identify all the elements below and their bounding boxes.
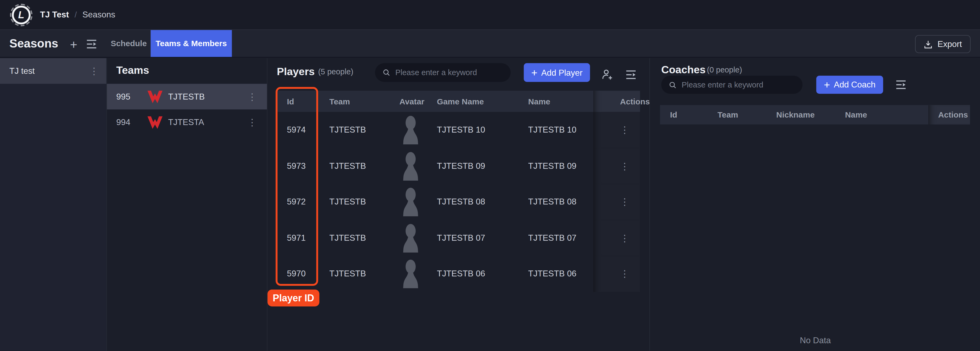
player-team: TJTESTB	[320, 197, 390, 207]
avatar-placeholder-icon	[399, 151, 422, 180]
column-header-name: Name	[835, 110, 928, 120]
teams-title: Teams	[116, 58, 149, 84]
coaches-panel: Coaches (0 people) + Add Coach	[651, 58, 980, 351]
plus-icon: +	[824, 80, 830, 90]
column-header-name: Name	[518, 97, 593, 106]
coaches-count: (0 people)	[707, 66, 742, 75]
players-search-input[interactable]	[395, 68, 503, 77]
app-root: L TJ Test / Seasons Seasons + Schedule T…	[0, 0, 980, 351]
breadcrumb-team[interactable]: TJ Test	[40, 10, 69, 19]
players-panel: Players (5 people) + Add Player	[267, 58, 650, 351]
coaches-table-header: Id Team Nickname Name Actions	[660, 105, 970, 124]
avatar-placeholder-icon	[399, 223, 422, 252]
player-row: 5970 TJTESTB TJTESTB 06 TJTESTB 06 ⋮	[277, 256, 640, 292]
player-game-name: TJTESTB 07	[427, 233, 518, 243]
player-row: 5971 TJTESTB TJTESTB 07 TJTESTB 07 ⋮	[277, 220, 640, 256]
team-kebab-icon[interactable]: ⋮	[248, 92, 257, 101]
players-count: (5 people)	[318, 68, 353, 77]
season-kebab-icon[interactable]: ⋮	[89, 66, 99, 76]
player-kebab-icon[interactable]: ⋮	[620, 233, 630, 243]
player-game-name: TJTESTB 08	[427, 197, 518, 207]
coaches-list-expand-icon[interactable]	[896, 76, 906, 94]
team-name: TJTESTB	[168, 92, 248, 101]
topbar: L TJ Test / Seasons	[0, 0, 980, 30]
player-game-name: TJTESTB 10	[427, 125, 518, 135]
add-coach-label: Add Coach	[834, 80, 876, 89]
seasons-panel-title: Seasons	[10, 30, 58, 58]
column-header-game-name: Game Name	[427, 97, 518, 106]
player-id: 5970	[277, 269, 319, 279]
season-name: TJ test	[10, 66, 35, 76]
column-header-actions: Actions	[593, 91, 640, 112]
seasons-sidebar: TJ test ⋮	[0, 58, 107, 351]
breadcrumb-separator: /	[75, 10, 77, 19]
sidebar-item-season[interactable]: TJ test ⋮	[0, 58, 106, 84]
coaches-empty-state: No Data	[651, 336, 980, 345]
player-kebab-icon[interactable]: ⋮	[620, 197, 630, 207]
coaches-search	[661, 76, 803, 94]
player-name: TJTESTB 09	[518, 161, 593, 171]
column-header-team: Team	[320, 97, 390, 106]
player-team: TJTESTB	[320, 161, 390, 171]
tab-teams-members[interactable]: Teams & Members	[151, 30, 232, 57]
team-row[interactable]: 995 TJTESTB ⋮	[107, 84, 267, 110]
plus-icon: +	[531, 67, 538, 78]
tab-bar: Schedule Teams & Members	[107, 30, 232, 57]
column-header-id: Id	[660, 110, 708, 120]
avatar-placeholder-icon	[399, 187, 422, 217]
search-icon	[669, 80, 677, 89]
plus-icon: +	[70, 38, 77, 51]
team-logo-icon	[147, 89, 163, 103]
team-row[interactable]: 994 TJTESTA ⋮	[107, 110, 267, 135]
import-player-icon[interactable]	[601, 58, 613, 91]
player-name: TJTESTB 10	[518, 125, 593, 135]
player-id: 5972	[277, 197, 319, 207]
player-id: 5973	[277, 161, 319, 171]
annotation-label: Player ID	[267, 290, 319, 306]
avatar-placeholder-icon	[399, 115, 422, 145]
tab-schedule[interactable]: Schedule	[107, 30, 150, 57]
player-team: TJTESTB	[320, 125, 390, 135]
coaches-toolbar: + Add Coach	[651, 76, 980, 94]
player-row: 5972 TJTESTB TJTESTB 08 TJTESTB 08 ⋮	[277, 184, 640, 220]
column-header-avatar: Avatar	[390, 97, 427, 106]
player-team: TJTESTB	[320, 269, 390, 279]
seasons-list-expand-icon[interactable]	[86, 30, 97, 58]
app-logo-icon[interactable]: L	[12, 5, 30, 24]
search-icon	[382, 68, 390, 77]
team-logo-icon	[147, 115, 163, 129]
header-bar: Seasons + Schedule Teams & Members Expor…	[0, 30, 980, 58]
add-player-button[interactable]: + Add Player	[524, 63, 590, 82]
player-kebab-icon[interactable]: ⋮	[620, 269, 630, 279]
player-id: 5974	[277, 125, 319, 135]
column-header-id: Id	[277, 97, 319, 106]
player-kebab-icon[interactable]: ⋮	[620, 125, 630, 135]
add-coach-button[interactable]: + Add Coach	[816, 76, 883, 94]
download-icon	[924, 40, 932, 49]
export-button[interactable]: Export	[915, 35, 970, 53]
column-header-team: Team	[708, 110, 766, 120]
players-header: Players (5 people) + Add Player	[267, 58, 649, 91]
coaches-search-input[interactable]	[681, 80, 795, 89]
screenshot-stage: L TJ Test / Seasons Seasons + Schedule T…	[0, 0, 980, 351]
players-search	[375, 63, 511, 82]
team-id: 995	[107, 92, 137, 101]
add-season-button[interactable]: +	[70, 30, 77, 58]
column-header-nickname: Nickname	[766, 110, 835, 120]
team-name: TJTESTA	[168, 118, 248, 127]
player-row: 5973 TJTESTB TJTESTB 09 TJTESTB 09 ⋮	[277, 148, 640, 184]
export-label: Export	[938, 40, 962, 49]
team-kebab-icon[interactable]: ⋮	[248, 118, 257, 127]
players-table-header: Id Team Avatar Game Name Name Actions	[277, 91, 640, 112]
players-list-expand-icon[interactable]	[626, 58, 636, 91]
breadcrumb-page[interactable]: Seasons	[82, 10, 115, 19]
teams-header: Teams +	[107, 58, 267, 84]
player-team: TJTESTB	[320, 233, 390, 243]
player-id: 5971	[277, 233, 319, 243]
player-game-name: TJTESTB 06	[427, 269, 518, 279]
player-kebab-icon[interactable]: ⋮	[620, 161, 630, 171]
avatar-placeholder-icon	[399, 259, 422, 289]
teams-panel: Teams + 995 TJTESTB ⋮ 994	[107, 58, 267, 351]
player-game-name: TJTESTB 09	[427, 161, 518, 171]
players-table: Id Team Avatar Game Name Name Actions 59…	[277, 91, 640, 292]
